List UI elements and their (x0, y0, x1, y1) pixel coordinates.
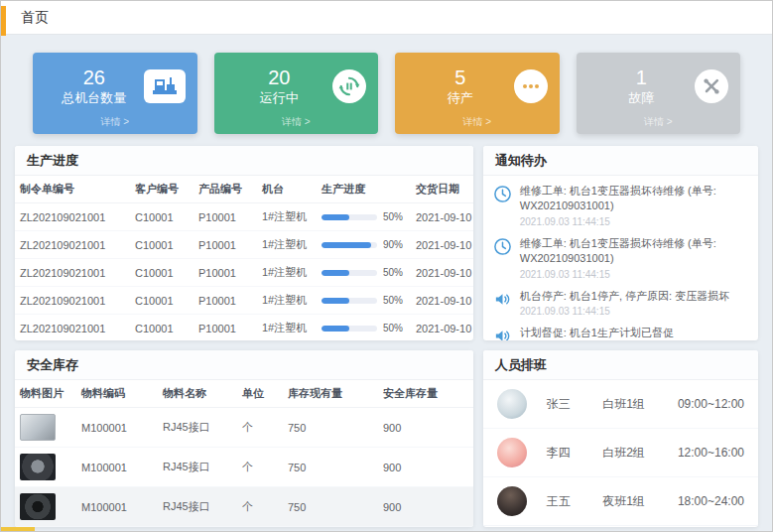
table-row: M100001 RJ45接口 个 750 900 (15, 408, 473, 448)
notification-body: 维修工单: 机台1变压器损坏待维修 (单号: WX202109031001) 2… (520, 236, 748, 280)
safety-stock-cell: 900 (378, 448, 473, 487)
progress-value: 90% (383, 239, 403, 250)
table-row: ZL202109021001 C10001 P10001 1#注塑机 50% 2… (15, 259, 473, 287)
notification-item[interactable]: 计划督促: 机台1生产计划已督促 2021.09.03 11:44:15 (493, 321, 748, 340)
production-table: 制令单编号 客户编号 产品编号 机台 生产进度 交货日期 ZL202109021… (15, 176, 473, 340)
progress-fill (322, 270, 349, 276)
progress-bar (322, 242, 377, 248)
material-image (20, 414, 56, 441)
stat-card-total-machines[interactable]: 26 总机台数量 详情 > (33, 53, 197, 134)
material-image-cell (15, 487, 76, 527)
panel-title: 人员排班 (483, 350, 758, 380)
standby-icon (514, 69, 548, 103)
progress-fill (322, 214, 349, 220)
stat-card-running[interactable]: 20 运行中 详情 > (214, 53, 379, 134)
progress-cell: 50% (317, 315, 411, 341)
progress-value: 50% (383, 323, 403, 333)
page-title: 首页 (21, 9, 49, 27)
stock-cell: 750 (283, 487, 378, 527)
product-no-cell: P10001 (193, 203, 257, 231)
column-header: 物料名称 (158, 380, 237, 408)
table-header-row: 制令单编号 客户编号 产品编号 机台 生产进度 交货日期 (15, 176, 473, 203)
progress-value: 50% (383, 211, 403, 222)
card-main: 1 故障 (588, 63, 729, 110)
material-name-cell: RJ45接口 (158, 408, 237, 448)
material-image (20, 493, 56, 520)
notification-list: 维修工单: 机台1变压器损坏待维修 (单号: WX202109031001) 2… (483, 176, 758, 340)
notification-time: 2021.09.03 11:44:15 (520, 216, 748, 227)
detail-link[interactable]: 详情 > (214, 115, 379, 129)
product-no-cell: P10001 (193, 315, 257, 341)
customer-no-cell: C10001 (130, 203, 193, 231)
card-main: 26 总机台数量 (45, 63, 186, 110)
panel-title: 生产进度 (15, 146, 473, 176)
speaker-icon (493, 327, 512, 340)
notification-body: 机台停产: 机台1停产, 停产原因: 变压器损坏 2021.09.03 11:4… (520, 289, 729, 317)
unit-cell: 个 (237, 408, 283, 448)
table-row: M100001 RJ45接口 个 750 900 (15, 487, 473, 527)
machine-cell: 1#注塑机 (257, 287, 317, 315)
fault-icon (695, 69, 728, 103)
notifications-panel: 通知待办 维修工单: 机台1变压器损坏待维修 (单号: WX2021090310… (483, 146, 758, 340)
notification-item[interactable]: 机台停产: 机台1停产, 停产原因: 变压器损坏 2021.09.03 11:4… (493, 284, 748, 321)
progress-cell: 50% (317, 203, 411, 231)
detail-link[interactable]: 详情 > (33, 115, 197, 129)
stat-card-fault[interactable]: 1 故障 详情 > (577, 53, 741, 134)
notification-item[interactable]: 维修工单: 机台1变压器损坏待维修 (单号: WX202109031001) 2… (493, 179, 748, 231)
card-figures: 26 总机台数量 (45, 66, 144, 107)
material-code-cell: M100001 (76, 408, 158, 448)
progress-bar (322, 298, 377, 304)
staff-schedule-panel: 人员排班 张三 白班1组 09:00~12:00 李四 白班2组 12:00~1… (483, 350, 758, 527)
stat-label: 总机台数量 (45, 89, 144, 107)
notification-item[interactable]: 维修工单: 机台1变压器损坏待维修 (单号: WX202109031001) 2… (493, 231, 748, 284)
clock-icon (493, 185, 512, 203)
safety-stock-panel: 安全库存 物料图片 物料编码 物料名称 单位 库存现有量 安全库存量 (15, 350, 473, 527)
column-header: 产品编号 (193, 176, 257, 203)
progress-fill (322, 326, 349, 332)
avatar (497, 389, 527, 419)
accent-strip-bottom (1, 527, 35, 531)
customer-no-cell: C10001 (130, 287, 193, 315)
detail-link[interactable]: 详情 > (395, 115, 560, 129)
notification-body: 计划督促: 机台1生产计划已督促 2021.09.03 11:44:15 (520, 326, 674, 340)
card-figures: 20 运行中 (226, 66, 333, 107)
progress-cell: 50% (317, 287, 411, 315)
order-no-cell: ZL202109021001 (15, 203, 130, 231)
column-header: 机台 (257, 176, 317, 203)
panel-title: 安全库存 (15, 350, 473, 380)
machine-icon (144, 69, 186, 103)
avatar (497, 438, 527, 467)
column-header: 单位 (237, 380, 283, 408)
table-row: ZL202109021001 C10001 P10001 1#注塑机 50% 2… (15, 203, 473, 231)
stat-card-standby[interactable]: 5 待产 详情 > (395, 53, 560, 134)
topbar: 首页 (1, 1, 772, 35)
staff-row: 李四 白班2组 12:00~16:00 (483, 429, 758, 477)
stat-value: 20 (226, 66, 333, 89)
stat-value: 1 (588, 66, 696, 89)
safety-stock-cell: 900 (378, 487, 473, 527)
delivery-date-cell: 2021-09-10 (411, 231, 473, 259)
customer-no-cell: C10001 (130, 259, 193, 287)
table-row: M100001 RJ45接口 个 750 900 (15, 448, 473, 487)
table-header-row: 物料图片 物料编码 物料名称 单位 库存现有量 安全库存量 (15, 380, 473, 408)
notification-body: 维修工单: 机台1变压器损坏待维修 (单号: WX202109031001) 2… (520, 184, 748, 227)
material-name-cell: RJ45接口 (158, 448, 237, 487)
notification-time: 2021.09.03 11:44:15 (520, 269, 748, 280)
delivery-date-cell: 2021-09-10 (411, 315, 473, 341)
product-no-cell: P10001 (193, 231, 257, 259)
product-no-cell: P10001 (193, 287, 257, 315)
progress-bar (322, 214, 377, 220)
product-no-cell: P10001 (193, 259, 257, 287)
staff-shift: 白班1组 (602, 396, 678, 413)
order-no-cell: ZL202109021001 (15, 315, 130, 341)
notification-text: 计划督促: 机台1生产计划已督促 (520, 326, 674, 340)
notification-text: 维修工单: 机台1变压器损坏待维修 (单号: WX202109031001) (520, 184, 748, 214)
column-header: 客户编号 (130, 176, 193, 203)
column-header: 库存现有量 (283, 380, 378, 408)
staff-name: 张三 (547, 396, 602, 413)
detail-link[interactable]: 详情 > (577, 115, 741, 129)
material-code-cell: M100001 (76, 487, 158, 527)
staff-shift: 夜班1组 (602, 493, 678, 510)
progress-value: 50% (383, 267, 403, 278)
staff-row: 张三 白班1组 09:00~12:00 (483, 380, 758, 429)
